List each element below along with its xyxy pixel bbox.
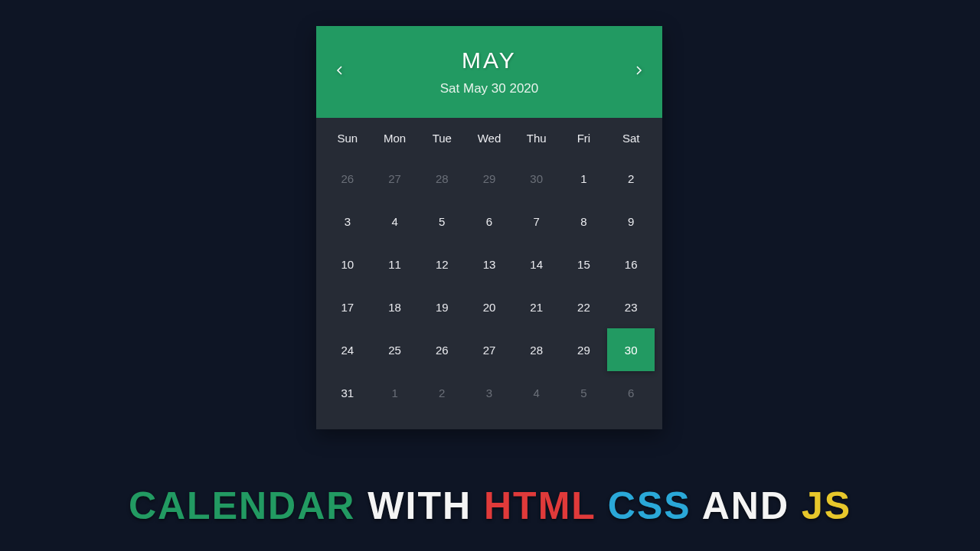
day-cell[interactable]: 12 xyxy=(418,243,466,285)
caption-word: CSS xyxy=(608,484,691,527)
day-cell[interactable]: 17 xyxy=(324,285,371,328)
day-cell[interactable]: 8 xyxy=(560,200,608,243)
day-cell[interactable]: 2 xyxy=(418,371,466,414)
day-cell[interactable]: 4 xyxy=(513,371,560,414)
month-title: MAY xyxy=(462,47,517,73)
day-cell[interactable]: 23 xyxy=(607,285,655,328)
day-cell[interactable]: 22 xyxy=(560,285,608,328)
day-cell[interactable]: 5 xyxy=(560,371,608,414)
day-cell[interactable]: 19 xyxy=(418,285,466,328)
day-cell[interactable]: 29 xyxy=(466,157,513,200)
day-cell[interactable]: 29 xyxy=(560,328,608,371)
caption-word: AND xyxy=(702,484,789,527)
day-cell[interactable]: 1 xyxy=(560,157,608,200)
weekday-label: Sat xyxy=(607,132,655,145)
day-cell[interactable]: 27 xyxy=(466,328,513,371)
caption-word: HTML xyxy=(484,484,596,527)
caption-word: JS xyxy=(802,484,851,527)
day-cell[interactable]: 25 xyxy=(371,328,419,371)
day-cell[interactable]: 4 xyxy=(371,200,419,243)
prev-month-button[interactable] xyxy=(327,57,353,86)
calendar-widget: MAY Sat May 30 2020 Sun Mon Tue Wed Thu … xyxy=(316,26,662,429)
day-cell[interactable]: 18 xyxy=(371,285,419,328)
chevron-right-icon xyxy=(632,67,645,80)
day-cell[interactable]: 10 xyxy=(324,243,371,285)
day-cell[interactable]: 13 xyxy=(466,243,513,285)
next-month-button[interactable] xyxy=(626,57,652,86)
day-cell[interactable]: 2 xyxy=(607,157,655,200)
day-cell[interactable]: 11 xyxy=(371,243,419,285)
day-cell[interactable]: 26 xyxy=(324,157,371,200)
page-caption: CALENDAR WITH HTML CSS AND JS xyxy=(0,484,980,528)
day-cell[interactable]: 7 xyxy=(513,200,560,243)
weekday-label: Tue xyxy=(418,132,466,145)
calendar-header: MAY Sat May 30 2020 xyxy=(316,26,662,118)
day-cell[interactable]: 30 xyxy=(513,157,560,200)
weekday-label: Sun xyxy=(324,132,371,145)
chevron-left-icon xyxy=(333,67,347,80)
day-cell[interactable]: 16 xyxy=(607,243,655,285)
day-cell[interactable]: 20 xyxy=(466,285,513,328)
day-cell[interactable]: 3 xyxy=(324,200,371,243)
day-cell[interactable]: 3 xyxy=(466,371,513,414)
day-cell[interactable]: 5 xyxy=(418,200,466,243)
day-cell[interactable]: 28 xyxy=(513,328,560,371)
day-cell[interactable]: 28 xyxy=(418,157,466,200)
weekday-label: Mon xyxy=(371,132,419,145)
day-cell[interactable]: 15 xyxy=(560,243,608,285)
day-cell[interactable]: 6 xyxy=(466,200,513,243)
current-date: Sat May 30 2020 xyxy=(440,81,539,96)
caption-word: CALENDAR xyxy=(129,484,356,527)
weekday-label: Wed xyxy=(466,132,513,145)
day-cell[interactable]: 31 xyxy=(324,371,371,414)
day-cell[interactable]: 24 xyxy=(324,328,371,371)
day-cell[interactable]: 6 xyxy=(607,371,655,414)
days-grid: 2627282930123456789101112131415161718192… xyxy=(316,152,662,429)
day-cell[interactable]: 9 xyxy=(607,200,655,243)
caption-word: WITH xyxy=(368,484,472,527)
day-cell[interactable]: 14 xyxy=(513,243,560,285)
weekday-row: Sun Mon Tue Wed Thu Fri Sat xyxy=(316,118,662,152)
day-cell[interactable]: 30 xyxy=(607,328,655,371)
weekday-label: Thu xyxy=(513,132,560,145)
day-cell[interactable]: 21 xyxy=(513,285,560,328)
weekday-label: Fri xyxy=(560,132,608,145)
day-cell[interactable]: 27 xyxy=(371,157,419,200)
day-cell[interactable]: 26 xyxy=(418,328,466,371)
day-cell[interactable]: 1 xyxy=(371,371,419,414)
